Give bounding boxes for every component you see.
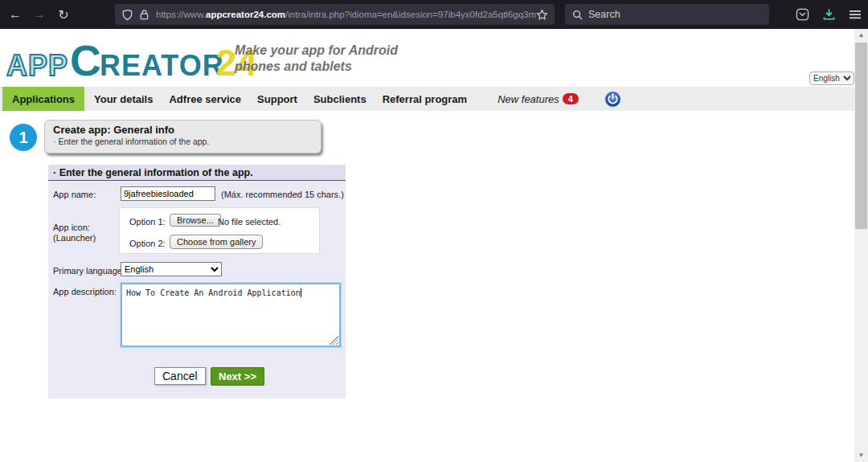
search-placeholder: Search: [588, 9, 620, 20]
cancel-button[interactable]: Cancel: [154, 367, 206, 385]
app-icon-options-box: Option 1: Browse... No file selected. Op…: [119, 207, 320, 254]
text-cursor: [301, 288, 301, 297]
power-icon: [604, 91, 621, 108]
next-button[interactable]: Next >>: [211, 367, 264, 386]
form-header: · Enter the general information of the a…: [48, 165, 346, 181]
app-description-label: App description:: [53, 287, 117, 296]
site-nav: Applications Your details Adfree service…: [0, 87, 854, 111]
logo-text-c: C: [70, 35, 101, 85]
browse-button[interactable]: Browse...: [170, 214, 221, 227]
step-subtitle: · Enter the general information of the a…: [53, 137, 313, 146]
page-scrollbar[interactable]: ▲ ▼: [854, 29, 868, 462]
nav-item-applications[interactable]: Applications: [2, 87, 84, 111]
app-description-textarea[interactable]: How To Create An Android Application: [121, 283, 341, 347]
shield-icon[interactable]: [121, 9, 133, 21]
pocket-icon[interactable]: [796, 8, 809, 21]
bookmark-star-icon[interactable]: [536, 9, 548, 21]
logout-power-button[interactable]: [604, 91, 621, 108]
step-title: Create app: General info: [53, 124, 313, 136]
option2-label: Option 2:: [129, 239, 166, 248]
site-language-select[interactable]: English: [809, 72, 854, 85]
nav-item-adfree-service[interactable]: Adfree service: [161, 87, 249, 111]
browser-toolbar: ← → ↻ https://www.appcreator24.com/intra…: [0, 0, 868, 29]
search-icon: [572, 10, 583, 20]
lock-icon[interactable]: [139, 9, 149, 20]
no-file-selected-text: No file selected.: [218, 217, 280, 227]
nav-item-referral-program[interactable]: Referral program: [375, 87, 475, 111]
search-bar[interactable]: Search: [565, 4, 769, 25]
reload-button[interactable]: ↻: [51, 7, 76, 22]
scroll-up-arrow[interactable]: ▲: [854, 29, 868, 42]
app-name-input[interactable]: [121, 186, 215, 201]
app-name-hint: (Máx. recommended 15 chars.): [221, 190, 344, 199]
step-number-badge: 1: [10, 124, 37, 151]
screen: ← → ↻ https://www.appcreator24.com/intra…: [0, 0, 868, 462]
nav-item-new-features[interactable]: New features4: [489, 87, 587, 111]
url-text[interactable]: https://www.appcreator24.com/intra/intra…: [156, 10, 536, 19]
nav-item-support[interactable]: Support: [249, 87, 305, 111]
primary-language-label: Primary language:: [53, 266, 125, 276]
app-description-text: How To Create An Android Application: [126, 288, 301, 297]
new-features-badge: 4: [563, 93, 579, 104]
primary-language-select[interactable]: English: [121, 262, 222, 276]
nav-item-subclients[interactable]: Subclients: [305, 87, 375, 111]
page-content: APPCREATOR24 Make your app for Android p…: [0, 29, 854, 462]
nav-item-your-details[interactable]: Your details: [86, 87, 161, 111]
site-logo[interactable]: APPCREATOR24: [6, 35, 257, 85]
logo-text-reator: REATOR: [100, 49, 224, 83]
app-icon-sublabel: (Launcher): [53, 233, 96, 243]
app-icon-label: App icon:: [53, 223, 90, 232]
site-tagline: Make your app for Android phones and tab…: [235, 43, 398, 75]
general-info-form: · Enter the general information of the a…: [48, 165, 346, 399]
scroll-down-arrow[interactable]: ▼: [854, 449, 868, 462]
step-heading-box: Create app: General info · Enter the gen…: [44, 120, 321, 153]
back-button[interactable]: ←: [3, 7, 27, 22]
choose-from-gallery-button[interactable]: Choose from gallery: [170, 235, 263, 249]
option1-label: Option 1:: [129, 217, 166, 227]
forward-button[interactable]: →: [27, 7, 51, 22]
scrollbar-thumb[interactable]: [855, 43, 867, 229]
app-name-label: App name:: [53, 190, 96, 199]
downloads-icon[interactable]: [822, 8, 836, 21]
menu-hamburger-icon[interactable]: [849, 9, 862, 20]
logo-text-app: APP: [6, 49, 68, 83]
url-bar[interactable]: https://www.appcreator24.com/intra/intra…: [115, 4, 555, 25]
resize-grip[interactable]: [330, 336, 338, 345]
